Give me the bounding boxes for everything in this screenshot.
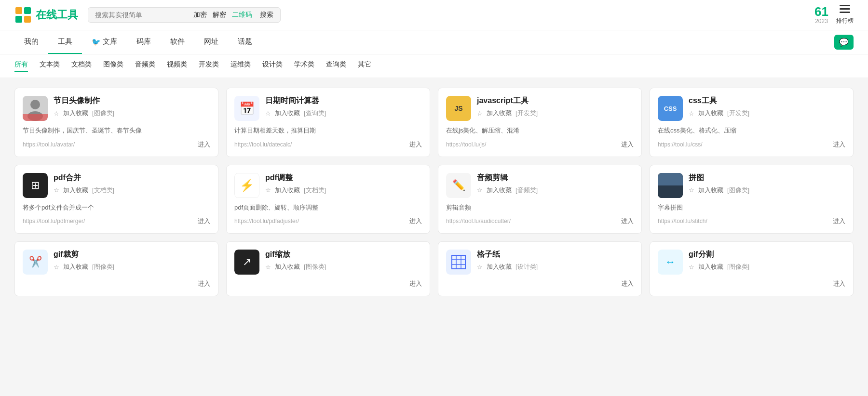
ranking-button[interactable]: 排行榜: [836, 5, 854, 25]
tool-enter-btn[interactable]: 进入: [198, 140, 210, 149]
collect-btn[interactable]: 加入收藏: [487, 263, 512, 271]
tool-card-header: 节日头像制作 ☆ 加入收藏 [图像类]: [23, 96, 210, 121]
tool-name: 日期时间计算器: [265, 96, 422, 106]
collect-btn[interactable]: 加入收藏: [487, 109, 512, 118]
tool-enter-btn[interactable]: 进入: [833, 217, 845, 225]
tool-card[interactable]: ↗ gif缩放 ☆ 加入收藏 [图像类] 进入: [226, 241, 430, 296]
cat-dev[interactable]: 开发类: [199, 60, 219, 72]
collect-btn[interactable]: 加入收藏: [275, 109, 300, 118]
cat-other[interactable]: 其它: [358, 60, 371, 72]
header-count: 61 2023: [814, 5, 828, 25]
tool-enter-btn[interactable]: 进入: [409, 217, 422, 225]
tool-enter-btn[interactable]: 进入: [833, 140, 845, 149]
tab-url[interactable]: 网址: [194, 30, 228, 54]
cat-audio[interactable]: 音频类: [135, 60, 155, 72]
star-icon: ☆: [54, 264, 59, 271]
logo[interactable]: 在线工具: [14, 6, 78, 24]
tool-actions: ☆ 加入收藏 [图像类]: [689, 263, 845, 271]
collect-btn[interactable]: 加入收藏: [698, 263, 723, 271]
cat-design[interactable]: 设计类: [262, 60, 283, 72]
collect-btn[interactable]: 加入收藏: [275, 186, 300, 195]
cat-ops[interactable]: 运维类: [231, 60, 251, 72]
tool-icon: ↗: [234, 250, 259, 275]
tool-actions: ☆ 加入收藏 [文档类]: [265, 186, 422, 195]
tool-enter-btn[interactable]: 进入: [621, 279, 634, 288]
svg-rect-10: [23, 114, 48, 121]
tool-enter-btn[interactable]: 进入: [409, 279, 422, 288]
tool-card[interactable]: 格子纸 ☆ 加入收藏 [设计类] 进入: [438, 241, 642, 296]
tab-code[interactable]: 码库: [127, 30, 161, 54]
tool-category: [设计类]: [515, 263, 538, 271]
tool-card[interactable]: ⊞ pdf合并 ☆ 加入收藏 [文档类] 将多个pdf文件合并成一个 https…: [14, 165, 218, 234]
tool-enter-btn[interactable]: 进入: [833, 279, 845, 288]
cat-all[interactable]: 所有: [14, 60, 28, 72]
library-icon: 🐦: [92, 38, 101, 46]
tool-card-header: ↔ gif分割 ☆ 加入收藏 [图像类]: [658, 250, 845, 275]
collect-btn[interactable]: 加入收藏: [698, 109, 723, 118]
main-content: 节日头像制作 ☆ 加入收藏 [图像类] 节日头像制作，国庆节、圣诞节、春节头像 …: [0, 78, 868, 306]
tool-card[interactable]: 节日头像制作 ☆ 加入收藏 [图像类] 节日头像制作，国庆节、圣诞节、春节头像 …: [14, 88, 218, 157]
tool-category: [查询类]: [304, 109, 326, 118]
tool-footer: https://tool.lu/audiocutter/ 进入: [446, 217, 634, 225]
tool-card[interactable]: JS javascript工具 ☆ 加入收藏 [开发类] 在线js美化、解压缩、…: [438, 88, 642, 157]
tool-icon: [23, 96, 48, 121]
search-button[interactable]: 搜索: [260, 11, 273, 19]
svg-rect-13: [658, 185, 683, 198]
collect-btn[interactable]: 加入收藏: [698, 186, 723, 195]
collect-btn[interactable]: 加入收藏: [63, 109, 88, 118]
tab-mine[interactable]: 我的: [14, 30, 48, 54]
tool-category: [图像类]: [92, 109, 114, 118]
tool-info: 日期时间计算器 ☆ 加入收藏 [查询类]: [265, 96, 422, 118]
cat-image[interactable]: 图像类: [103, 60, 123, 72]
tab-library[interactable]: 🐦文库: [82, 30, 127, 54]
tool-enter-btn[interactable]: 进入: [198, 217, 210, 225]
tool-category: [文档类]: [92, 186, 114, 195]
collect-btn[interactable]: 加入收藏: [487, 186, 512, 195]
search-tag-encrypt[interactable]: 加密: [193, 11, 207, 19]
tool-info: gif裁剪 ☆ 加入收藏 [图像类]: [54, 250, 210, 271]
collect-btn[interactable]: 加入收藏: [63, 263, 88, 271]
tool-desc: 计算日期相差天数，推算日期: [234, 126, 422, 135]
cat-academic[interactable]: 学术类: [294, 60, 314, 72]
tool-footer: 进入: [446, 279, 634, 288]
tab-software[interactable]: 软件: [161, 30, 194, 54]
tool-actions: ☆ 加入收藏 [开发类]: [477, 109, 634, 118]
tool-card[interactable]: ↔ gif分割 ☆ 加入收藏 [图像类] 进入: [650, 241, 854, 296]
svg-rect-14: [452, 255, 465, 269]
tool-url: https://tool.lu/js/: [446, 141, 486, 148]
tool-card[interactable]: 📅 日期时间计算器 ☆ 加入收藏 [查询类] 计算日期相差天数，推算日期 htt…: [226, 88, 430, 157]
tool-desc: 在线css美化、格式化、压缩: [658, 126, 845, 135]
collect-btn[interactable]: 加入收藏: [63, 186, 88, 195]
tool-card[interactable]: ⚡ pdf调整 ☆ 加入收藏 [文档类] pdf页面删除、旋转、顺序调整 htt…: [226, 165, 430, 234]
tool-card[interactable]: CSS css工具 ☆ 加入收藏 [开发类] 在线css美化、格式化、压缩 ht…: [650, 88, 854, 157]
chat-button[interactable]: 💬: [834, 35, 854, 50]
tool-enter-btn[interactable]: 进入: [409, 140, 422, 149]
logo-icon: [14, 6, 32, 24]
tool-info: pdf调整 ☆ 加入收藏 [文档类]: [265, 173, 422, 195]
cat-query[interactable]: 查询类: [326, 60, 346, 72]
tool-enter-btn[interactable]: 进入: [621, 140, 634, 149]
tool-card[interactable]: ✏️ 音频剪辑 ☆ 加入收藏 [音频类] 剪辑音频 https://tool.l…: [438, 165, 642, 234]
tool-url: https://tool.lu/css/: [658, 141, 703, 148]
tab-topic[interactable]: 话题: [228, 30, 262, 54]
tool-enter-btn[interactable]: 进入: [198, 279, 210, 288]
tool-category: [图像类]: [727, 186, 749, 195]
star-icon: ☆: [265, 110, 271, 117]
logo-text: 在线工具: [36, 8, 78, 22]
search-tag-qrcode[interactable]: 二维码: [232, 11, 252, 19]
tool-enter-btn[interactable]: 进入: [621, 217, 634, 225]
tool-card[interactable]: 拼图 ☆ 加入收藏 [图像类] 字幕拼图 https://tool.lu/sti…: [650, 165, 854, 234]
tool-desc: 剪辑音频: [446, 203, 634, 212]
tool-card[interactable]: ✂️ gif裁剪 ☆ 加入收藏 [图像类] 进入: [14, 241, 218, 296]
tool-info: 节日头像制作 ☆ 加入收藏 [图像类]: [54, 96, 210, 118]
cat-video[interactable]: 视频类: [167, 60, 187, 72]
search-input[interactable]: [95, 11, 186, 19]
tool-actions: ☆ 加入收藏 [图像类]: [265, 263, 422, 271]
star-icon: ☆: [689, 264, 694, 271]
search-tag-decrypt[interactable]: 解密: [213, 11, 226, 19]
collect-btn[interactable]: 加入收藏: [275, 263, 300, 271]
tool-footer: https://tool.lu/datecalc/ 进入: [234, 140, 422, 149]
cat-text[interactable]: 文本类: [40, 60, 60, 72]
cat-doc[interactable]: 文档类: [71, 60, 92, 72]
tab-tools[interactable]: 工具: [48, 30, 82, 54]
